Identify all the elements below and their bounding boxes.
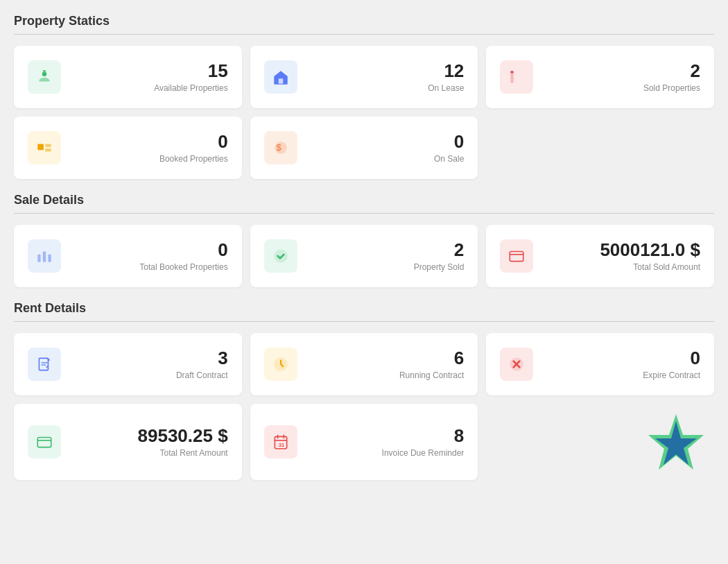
running-contract-icon	[264, 348, 297, 381]
svg-rect-12	[48, 255, 51, 262]
on-sale-number: 0	[454, 132, 464, 152]
svg-rect-14	[510, 252, 524, 262]
svg-rect-16	[39, 358, 48, 370]
sale-details-row: 0 Total Booked Properties 2 Property Sol…	[14, 225, 714, 287]
sold-properties-icon	[500, 60, 533, 94]
expire-contract-content: 0 Expire Contract	[544, 348, 700, 381]
draft-contract-icon	[28, 348, 61, 381]
sale-details-title: Sale Details	[14, 193, 714, 207]
total-booked-icon	[28, 239, 61, 273]
card-invoice-due-reminder[interactable]: 31 8 Invoice Due Reminder	[250, 404, 478, 480]
property-sold-number: 2	[454, 240, 464, 260]
property-sold-label: Property Sold	[414, 262, 465, 272]
svg-rect-5	[37, 144, 44, 151]
card-available-properties[interactable]: 15 Available Properties	[14, 46, 242, 108]
card-total-booked[interactable]: 0 Total Booked Properties	[14, 225, 242, 287]
svg-rect-11	[43, 252, 46, 262]
rent-details-title: Rent Details	[14, 301, 714, 316]
svg-point-13	[274, 249, 288, 263]
available-properties-icon	[28, 60, 61, 94]
rent-details-row2: 89530.25 $ Total Rent Amount 31 8 Invoic…	[14, 404, 714, 480]
card-on-sale[interactable]: $ 0 On Sale	[250, 117, 478, 179]
on-lease-icon	[264, 60, 297, 94]
property-statics-divider	[14, 34, 714, 35]
invoice-due-reminder-label: Invoice Due Reminder	[382, 448, 465, 458]
draft-contract-label: Draft Contract	[176, 370, 228, 380]
svg-rect-6	[45, 144, 51, 147]
card-draft-contract[interactable]: 3 Draft Contract	[14, 333, 242, 395]
card-on-lease[interactable]: 12 On Lease	[250, 46, 478, 108]
card-running-contract[interactable]: 6 Running Contract	[250, 333, 478, 395]
rent-details-section: Rent Details 3 Draft Contract 6	[14, 301, 714, 480]
booked-properties-label: Booked Properties	[159, 154, 228, 164]
sold-properties-content: 2 Sold Properties	[544, 61, 700, 94]
invoice-due-reminder-content: 8 Invoice Due Reminder	[309, 426, 465, 459]
on-sale-icon: $	[264, 131, 297, 164]
rent-details-divider	[14, 321, 714, 322]
running-contract-label: Running Contract	[399, 370, 464, 380]
total-sold-amount-number: 5000121.0 $	[600, 240, 700, 260]
running-contract-number: 6	[454, 348, 464, 368]
total-sold-amount-icon	[500, 239, 533, 273]
property-statics-row1: 15 Available Properties 12 On Lease	[14, 46, 714, 108]
on-lease-content: 12 On Lease	[309, 61, 465, 94]
svg-rect-10	[37, 255, 40, 262]
total-booked-label: Total Booked Properties	[139, 262, 227, 272]
svg-rect-1	[43, 70, 46, 71]
on-sale-label: On Sale	[434, 154, 464, 164]
property-statics-title: Property Statics	[14, 14, 714, 28]
sold-properties-label: Sold Properties	[643, 83, 700, 93]
available-properties-content: 15 Available Properties	[72, 61, 228, 94]
card-total-sold-amount[interactable]: 5000121.0 $ Total Sold Amount	[486, 225, 714, 287]
property-sold-content: 2 Property Sold	[309, 240, 465, 273]
svg-text:31: 31	[278, 442, 284, 448]
on-lease-number: 12	[444, 61, 464, 81]
sold-properties-number: 2	[691, 61, 700, 81]
total-booked-content: 0 Total Booked Properties	[72, 240, 228, 273]
total-booked-number: 0	[218, 240, 227, 260]
svg-marker-31	[655, 421, 697, 465]
card-property-sold[interactable]: 2 Property Sold	[250, 225, 478, 287]
property-statics-section: Property Statics 15 Available Properties	[14, 14, 714, 179]
logo-area	[486, 404, 714, 480]
svg-rect-2	[278, 78, 283, 84]
svg-rect-3	[511, 73, 514, 83]
total-rent-amount-icon	[28, 425, 61, 459]
available-properties-label: Available Properties	[154, 83, 228, 93]
total-rent-amount-content: 89530.25 $ Total Rent Amount	[72, 426, 228, 459]
card-expire-contract[interactable]: 0 Expire Contract	[486, 333, 714, 395]
property-statics-row2: 0 Booked Properties $ 0 On Sale	[14, 117, 714, 179]
expire-contract-number: 0	[691, 348, 700, 368]
property-sold-icon	[264, 239, 297, 273]
card-sold-properties[interactable]: 2 Sold Properties	[486, 46, 714, 108]
draft-contract-number: 3	[218, 348, 227, 368]
draft-contract-content: 3 Draft Contract	[72, 348, 228, 381]
running-contract-content: 6 Running Contract	[309, 348, 465, 381]
total-sold-amount-content: 5000121.0 $ Total Sold Amount	[544, 240, 700, 273]
expire-contract-label: Expire Contract	[643, 370, 700, 380]
page-wrapper: Property Statics 15 Available Properties	[14, 14, 714, 480]
expire-contract-icon	[500, 348, 533, 381]
on-sale-content: 0 On Sale	[309, 132, 465, 164]
on-lease-label: On Lease	[428, 83, 464, 93]
sale-details-divider	[14, 213, 714, 214]
brand-logo	[645, 411, 707, 473]
booked-properties-content: 0 Booked Properties	[72, 132, 228, 164]
total-rent-amount-number: 89530.25 $	[138, 426, 228, 446]
invoice-due-reminder-icon: 31	[264, 425, 297, 459]
total-sold-amount-label: Total Sold Amount	[633, 262, 700, 272]
card-booked-properties[interactable]: 0 Booked Properties	[14, 117, 242, 179]
booked-properties-number: 0	[218, 132, 227, 152]
invoice-due-reminder-number: 8	[454, 426, 464, 446]
svg-text:$: $	[276, 142, 281, 153]
available-properties-number: 15	[208, 61, 228, 81]
card-total-rent-amount[interactable]: 89530.25 $ Total Rent Amount	[14, 404, 242, 480]
svg-rect-7	[45, 148, 51, 151]
svg-rect-23	[37, 438, 51, 447]
sale-details-section: Sale Details 0 Total Booked Properties	[14, 193, 714, 287]
total-rent-amount-label: Total Rent Amount	[160, 448, 228, 458]
svg-point-0	[42, 71, 47, 76]
svg-rect-4	[511, 71, 514, 73]
rent-details-row1: 3 Draft Contract 6 Running Contract	[14, 333, 714, 395]
booked-properties-icon	[28, 131, 61, 164]
